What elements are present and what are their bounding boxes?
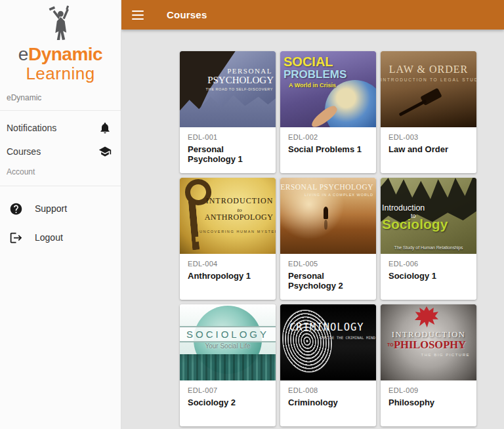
cover-text-line: INTRODUCTION TO LEGAL STUDIES (381, 77, 476, 82)
course-grid: PERSONAL PSYCHOLOGY THE ROAD TO SELF-DIS… (180, 51, 476, 426)
course-code: EDL-007 (188, 386, 268, 394)
course-cover-image: INTRODUCTION TO PHILOSOPHY THE BIG PICTU… (381, 304, 476, 380)
cover-text-line: Introduction (382, 203, 425, 213)
course-card-body: EDL-009 Philosophy (381, 380, 476, 407)
course-title: Criminology (288, 398, 368, 407)
course-card-body: EDL-003 Law and Order (381, 127, 476, 154)
courses-label: Courses (7, 146, 41, 157)
cover-text-line: SOCIAL (284, 54, 333, 70)
course-card[interactable]: SOCIOLOGY Your Social Life EDL-007 Socio… (180, 304, 276, 426)
course-card-body: EDL-004 Anthropology 1 (180, 254, 276, 281)
page: eDynamic Learning eDynamic Notifications… (0, 0, 504, 429)
help-icon (9, 202, 35, 216)
logo-prefix: e (18, 44, 28, 64)
course-cover-image: SOCIOLOGY Your Social Life (180, 304, 276, 380)
sidebar-item-notifications[interactable]: Notifications (0, 116, 121, 140)
cover-text-line: SOCIOLOGY (180, 326, 276, 342)
course-cover-image: INTRODUCTION to ANTHROPOLOGY UNCOVERING … (180, 178, 276, 254)
course-card[interactable]: LAW & ORDER INTRODUCTION TO LEGAL STUDIE… (381, 51, 476, 173)
course-title: Social Problems 1 (288, 144, 368, 154)
course-code: EDL-004 (188, 260, 268, 268)
course-cover-image: Introduction to Sociology The Study of H… (381, 178, 476, 254)
logout-icon (9, 231, 35, 245)
cover-text-line: LAW & ORDER (381, 64, 476, 75)
course-code: EDL-001 (188, 133, 268, 141)
notifications-label: Notifications (7, 123, 56, 133)
course-code: EDL-002 (288, 133, 368, 141)
cover-text-line: UNCOVERING HUMAN MYSTERIES (200, 230, 276, 234)
bell-icon (98, 121, 112, 134)
course-card[interactable]: CRIMINOLOGY INSIDE THE CRIMINAL MIND EDL… (280, 304, 376, 426)
hamburger-menu-button[interactable] (132, 10, 145, 20)
course-code: EDL-009 (388, 386, 469, 394)
sidebar-item-support[interactable]: Support (0, 197, 121, 220)
logo-subtitle: Learning (0, 64, 121, 83)
course-code: EDL-005 (288, 260, 368, 268)
cover-text-line: INSIDE THE CRIMINAL MIND (320, 336, 375, 340)
sidebar-section-label: eDynamic (0, 83, 121, 110)
sidebar-item-courses[interactable]: Courses (0, 140, 121, 163)
logo-text: eDynamic (0, 45, 121, 64)
course-card-body: EDL-006 Sociology 1 (381, 254, 476, 281)
course-cover-image: CRIMINOLOGY INSIDE THE CRIMINAL MIND (280, 304, 376, 380)
cover-text-line: THE ROAD TO SELF-DISCOVERY (206, 87, 273, 91)
cover-text-line: Your Social Life (180, 342, 276, 350)
cover-text-line: THE BIG PICTURE (421, 353, 470, 358)
course-cover-image: SOCIAL PROBLEMS A World in Crisis (280, 51, 376, 127)
logo-name: Dynamic (28, 44, 102, 64)
cover-text-line: PERSONAL (227, 67, 272, 75)
cover-text-line: The Study of Human Relationships (381, 245, 476, 251)
logout-label: Logout (35, 232, 63, 243)
course-card[interactable]: INTRODUCTION TO PHILOSOPHY THE BIG PICTU… (381, 304, 476, 426)
course-title: Law and Order (388, 144, 469, 154)
cover-text-line: TO (387, 342, 394, 348)
course-title: Personal Psychology 1 (188, 144, 268, 164)
course-card[interactable]: Introduction to Sociology The Study of H… (381, 178, 476, 300)
course-title: Personal Psychology 2 (288, 271, 368, 291)
cover-text-line: PERSONAL PSYCHOLOGY (280, 183, 373, 192)
course-card[interactable]: SOCIAL PROBLEMS A World in Crisis EDL-00… (280, 51, 376, 173)
course-title: Sociology 2 (188, 398, 268, 407)
cover-text-line: PHILOSOPHY (394, 339, 466, 352)
topbar: Courses (121, 0, 504, 30)
app-logo: eDynamic Learning (0, 0, 121, 83)
cover-text-line: CRIMINOLOGY (289, 322, 364, 334)
sidebar: eDynamic Learning eDynamic Notifications… (0, 0, 121, 429)
sidebar-divider (0, 110, 121, 111)
cover-text-line: INTRODUCTION (203, 197, 276, 206)
course-card[interactable]: PERSONAL PSYCHOLOGY LIVING IN A COMPLEX … (280, 178, 376, 300)
page-title: Courses (167, 9, 207, 20)
cover-text-line: PROBLEMS (284, 68, 346, 81)
course-card[interactable]: PERSONAL PSYCHOLOGY THE ROAD TO SELF-DIS… (180, 51, 276, 173)
cover-text-line: ANTHROPOLOGY (202, 213, 276, 222)
cover-text-line: PSYCHOLOGY (207, 75, 274, 86)
graduation-cap-icon (98, 145, 112, 158)
course-code: EDL-003 (388, 133, 469, 141)
course-card-body: EDL-002 Social Problems 1 (280, 127, 376, 154)
sidebar-item-logout[interactable]: Logout (0, 226, 121, 249)
course-card-body: EDL-007 Sociology 2 (180, 380, 276, 407)
course-cover-image: PERSONAL PSYCHOLOGY LIVING IN A COMPLEX … (280, 178, 376, 254)
course-title: Sociology 1 (388, 271, 469, 281)
course-code: EDL-008 (288, 386, 368, 394)
course-cover-image: LAW & ORDER INTRODUCTION TO LEGAL STUDIE… (381, 51, 476, 127)
sidebar-account-label: Account (0, 163, 121, 186)
graduate-silhouette-icon (46, 5, 75, 42)
course-cover-image: PERSONAL PSYCHOLOGY THE ROAD TO SELF-DIS… (180, 51, 276, 127)
cover-text-line: LIVING IN A COMPLEX WORLD (304, 193, 373, 197)
sidebar-divider (0, 186, 121, 186)
course-title: Philosophy (388, 398, 469, 407)
course-title: Anthropology 1 (188, 271, 268, 281)
course-card-body: EDL-001 Personal Psychology 1 (180, 127, 276, 164)
course-card-body: EDL-008 Criminology (280, 380, 376, 407)
course-card-body: EDL-005 Personal Psychology 2 (280, 254, 376, 291)
cover-text-line: A World in Crisis (289, 82, 336, 89)
course-card[interactable]: INTRODUCTION to ANTHROPOLOGY UNCOVERING … (180, 178, 276, 300)
support-label: Support (35, 203, 67, 214)
course-code: EDL-006 (388, 260, 469, 268)
cover-text-line: Sociology (382, 216, 448, 232)
